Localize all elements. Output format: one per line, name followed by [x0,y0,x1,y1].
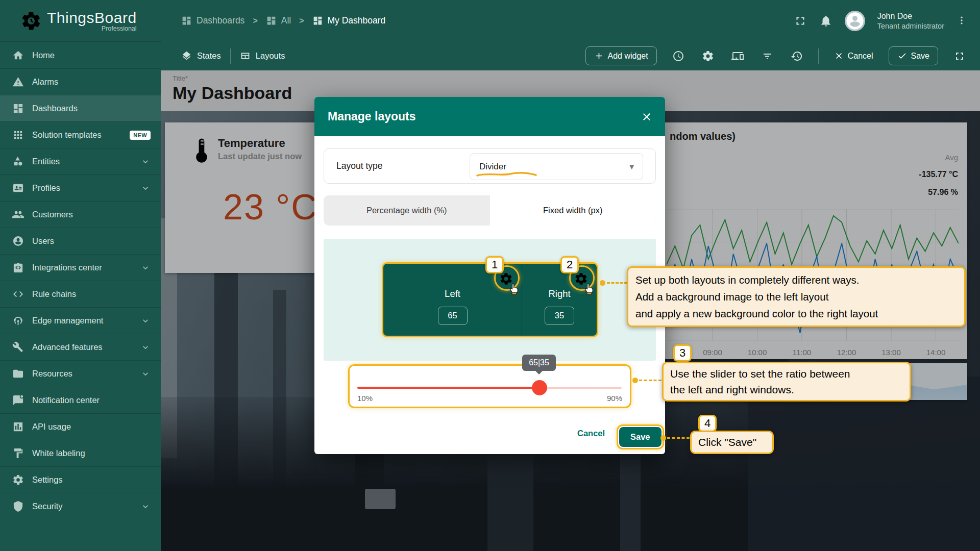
layout-type-label: Layout type [336,161,382,171]
gear-icon [12,474,24,486]
right-width-input[interactable]: 35 [545,307,574,325]
breadcrumb-item-all[interactable]: All [266,15,291,26]
sidebar-item-label: Customers [32,210,151,219]
user-block[interactable]: John Doe Tenant administrator [877,11,944,31]
home-icon [12,49,24,61]
sidebar-item-customers[interactable]: Customers [0,201,161,228]
states-label: States [197,51,221,61]
toolbar-cancel-button[interactable]: Cancel [834,51,873,61]
dialog-cancel-button[interactable]: Cancel [577,429,605,438]
sidebar-item-label: Alarms [32,77,151,87]
add-widget-button[interactable]: Add widget [585,46,657,65]
annotation-badge-2: 2 [560,256,579,273]
chevron-down-icon [140,316,151,326]
layout-type-value: Divider [479,162,628,172]
sidebar-item-users[interactable]: Users [0,228,161,254]
sidebar-item-advanced-features[interactable]: Advanced features [0,334,161,360]
more-menu-icon[interactable] [957,14,967,28]
toolbar-save-button[interactable]: Save [889,46,938,65]
save-annotation-tooltip: Click "Save" [690,431,774,454]
sidebar-item-home[interactable]: Home [0,42,161,68]
layers-icon [181,51,192,61]
toolbar-divider [818,48,819,64]
ratio-slider-track[interactable] [357,387,622,389]
sidebar-item-security[interactable]: Security [0,493,161,519]
tooltip-line: Use the slider to set the ratio between [670,366,903,382]
sidebar-item-white-labeling[interactable]: White labeling [0,440,161,466]
dashboard-toolbar: States Layouts Add widget Cancel Save [161,41,980,70]
sidebar: ThingsBoard Professional HomeAlarmsDashb… [0,0,161,551]
sidebar-item-rule-chains[interactable]: Rule chains [0,281,161,307]
sidebar-item-label: Integrations center [32,263,140,272]
dashboard-icon [181,15,192,26]
slider-max-label: 90% [607,394,622,403]
filter-icon[interactable] [761,50,773,62]
sidebar-item-label: Advanced features [32,342,140,352]
history-icon[interactable] [791,50,803,62]
left-width-input[interactable]: 65 [438,307,468,325]
chevron-down-icon [140,369,151,379]
dialog-save-button[interactable]: Save [619,427,662,447]
app-logo[interactable]: ThingsBoard Professional [0,0,161,42]
add-widget-label: Add widget [608,52,648,61]
sidebar-item-label: Resources [32,369,140,379]
slider-min-label: 10% [357,394,373,403]
toolbar-save-label: Save [911,52,929,61]
sidebar-item-notification-center[interactable]: Notification center [0,387,161,413]
sidebar-item-resources[interactable]: Resources [0,360,161,387]
layouts-button[interactable]: Layouts [240,51,285,61]
thingsboard-app: Title* My Dashboard Temperature Last upd… [0,0,980,551]
connector-dot [600,280,605,286]
folder-icon [12,368,24,380]
chevron-down-icon [140,502,151,512]
sidebar-item-label: Entities [32,157,140,166]
dialog-header: Manage layouts [314,97,665,136]
layout-type-select[interactable]: Divider ▼ [470,153,643,180]
sidebar-item-edge-management[interactable]: Edge management [0,307,161,334]
chevron-down-icon [140,342,151,353]
hand-cursor-icon [507,282,521,295]
sidebar-item-integrations-center[interactable]: Integrations center [0,254,161,281]
expand-fullscreen-icon[interactable] [953,50,966,62]
slider-thumb[interactable] [532,380,547,395]
dialog-title: Manage layouts [328,110,641,123]
entities-icon [12,156,24,167]
avatar[interactable] [845,11,865,31]
close-icon[interactable] [641,111,653,123]
sidebar-item-profiles[interactable]: Profiles [0,174,161,201]
sidebar-item-label: Security [32,502,140,511]
chart-icon [12,421,24,433]
fullscreen-icon[interactable] [794,14,807,28]
notifications-bell-icon[interactable] [819,14,832,28]
dashboard-icon [12,103,24,114]
sidebar-item-alarms[interactable]: Alarms [0,68,161,95]
chevron-down-icon [140,183,151,193]
tab-fixed-width[interactable]: Fixed width (px) [490,195,656,226]
sidebar-item-api-usage[interactable]: API usage [0,413,161,440]
chevron-down-icon [140,263,151,273]
breadcrumb-item-dashboards[interactable]: Dashboards [181,15,244,26]
sidebar-item-label: Edge management [32,316,140,325]
toolbar-cancel-label: Cancel [848,52,873,61]
save-annotation-highlight: Save [617,424,664,449]
sidebar-item-solution-templates[interactable]: Solution templatesNEW [0,121,161,148]
display-icon[interactable] [731,50,744,62]
user-name: John Doe [877,11,944,21]
tab-percentage-width[interactable]: Percentage width (%) [324,195,490,226]
sidebar-item-label: Profiles [32,183,140,193]
sidebar-item-settings[interactable]: Settings [0,466,161,493]
states-button[interactable]: States [181,51,221,61]
right-layout-label: Right [548,288,570,299]
schedule-icon[interactable] [672,50,684,62]
chevron-down-icon [140,157,151,167]
settings-icon[interactable] [702,50,714,62]
sidebar-item-entities[interactable]: Entities [0,148,161,174]
connector-dash [607,282,627,284]
message-icon [12,394,24,406]
slider-filled-track [357,387,539,389]
sidebar-item-dashboards[interactable]: Dashboards [0,95,161,121]
new-badge: NEW [130,131,151,140]
breadcrumb-item-my-dashboard[interactable]: My Dashboard [312,15,386,26]
layout-type-row: Layout type Divider ▼ [324,148,656,184]
check-icon [897,51,907,61]
